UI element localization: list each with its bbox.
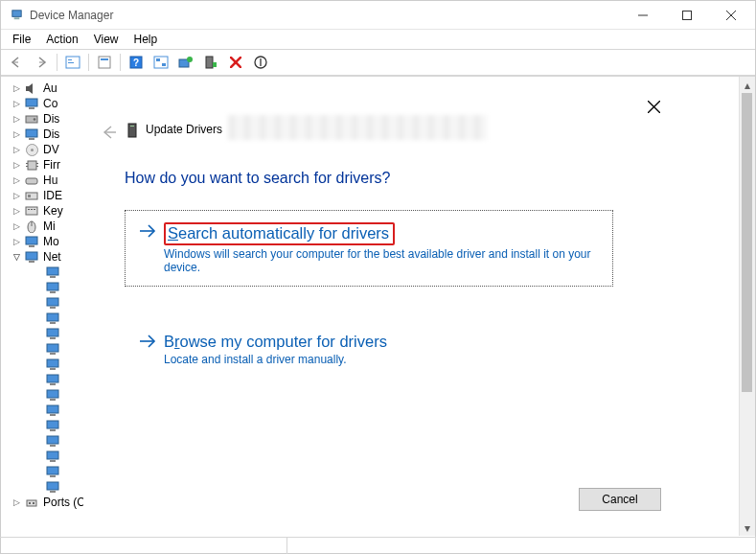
option-search-automatically[interactable]: Search automatically for drivers Windows… (125, 210, 613, 287)
tree-expand-icon[interactable]: ▷ (11, 175, 22, 185)
option-title: Search automatically for drivers (164, 222, 595, 245)
tree-expand-icon[interactable]: ▷ (11, 99, 22, 108)
scroll-track[interactable] (740, 93, 755, 519)
tree-label[interactable]: Dis (43, 112, 59, 126)
tree-label[interactable]: Au (43, 81, 57, 95)
tree-expand-icon[interactable]: ▷ (11, 497, 22, 507)
network-adapter-icon[interactable] (45, 327, 60, 341)
menu-help[interactable]: Help (126, 32, 166, 47)
tree-expand-icon[interactable]: ▷ (11, 206, 22, 216)
svg-rect-7 (68, 59, 72, 60)
ide-icon (24, 189, 39, 203)
svg-text:?: ? (133, 58, 139, 68)
svg-rect-58 (50, 337, 56, 339)
tree-expand-icon[interactable]: ▷ (11, 221, 22, 231)
svg-rect-79 (27, 500, 36, 506)
tree-label[interactable]: Mi (43, 219, 56, 233)
network-adapter-icon[interactable] (45, 358, 60, 372)
network-adapter-icon[interactable] (45, 480, 60, 495)
scroll-up-icon[interactable]: ▴ (740, 77, 755, 93)
tree-label[interactable]: Mo (43, 235, 59, 248)
menu-action[interactable]: Action (38, 32, 85, 47)
network-adapter-icon[interactable] (45, 450, 60, 464)
tree-label[interactable]: IDE (43, 189, 62, 202)
svg-rect-62 (50, 368, 56, 370)
svg-point-26 (34, 118, 36, 121)
toolbar-back-button[interactable] (5, 52, 28, 73)
dialog-close-button[interactable] (642, 95, 665, 118)
toolbar-scan-button[interactable] (149, 52, 172, 73)
toolbar-forward-button[interactable] (30, 52, 53, 73)
arrow-right-icon (137, 223, 158, 239)
ports-icon (24, 496, 39, 510)
window-close-button[interactable] (709, 1, 753, 30)
toolbar-separator (57, 54, 57, 71)
svg-rect-0 (11, 11, 20, 17)
toolbar-update-button[interactable] (174, 52, 197, 73)
toolbar-properties-button[interactable] (93, 52, 116, 73)
svg-rect-45 (26, 237, 37, 244)
network-adapter-icon[interactable] (45, 373, 60, 387)
svg-rect-18 (206, 57, 213, 68)
network-adapter-icon[interactable] (45, 342, 60, 357)
network-adapter-icon[interactable] (45, 312, 60, 326)
network-adapter-icon[interactable] (45, 434, 60, 449)
status-cell (0, 538, 287, 554)
menubar: File Action View Help (1, 30, 755, 49)
tree-label[interactable]: Firr (43, 158, 60, 172)
tree-label[interactable]: Co (43, 97, 57, 110)
svg-rect-59 (47, 344, 58, 352)
network-adapter-icon[interactable] (45, 404, 60, 418)
toolbar-add-legacy-button[interactable] (199, 52, 222, 73)
toolbar: ? (1, 49, 755, 76)
scroll-thumb[interactable] (742, 93, 752, 392)
cancel-button[interactable]: Cancel (579, 488, 661, 511)
toolbar-help-button[interactable]: ? (125, 52, 148, 73)
svg-rect-49 (47, 267, 58, 275)
firmware-icon (24, 158, 39, 173)
tree-expand-icon[interactable]: ▷ (11, 145, 22, 154)
toolbar-showhide-button[interactable] (61, 52, 84, 73)
tree-label[interactable]: Hu (43, 173, 57, 187)
network-adapter-icon[interactable] (45, 296, 60, 311)
toolbar-uninstall-button[interactable] (224, 52, 247, 73)
toolbar-disable-button[interactable] (249, 52, 272, 73)
tree-expand-icon[interactable]: ▷ (11, 237, 22, 246)
network-adapter-icon[interactable] (45, 388, 60, 403)
tree-expand-icon[interactable]: ▷ (11, 129, 22, 139)
mouse-icon (24, 219, 39, 234)
svg-rect-15 (162, 63, 166, 66)
tree-collapse-icon[interactable]: ▽ (11, 252, 22, 262)
tree-expand-icon[interactable]: ▷ (11, 114, 22, 124)
tree-label[interactable]: Key (43, 204, 63, 218)
toolbar-separator (120, 54, 121, 71)
network-adapter-icon[interactable] (45, 265, 60, 280)
network-adapter-icon[interactable] (45, 465, 60, 479)
scroll-down-icon[interactable]: ▾ (740, 519, 755, 536)
menu-file[interactable]: File (5, 32, 38, 47)
svg-rect-1 (13, 17, 19, 19)
tree-label[interactable]: Dis (43, 127, 59, 141)
option-browse-computer[interactable]: Browse my computer for drivers Locate an… (125, 320, 613, 379)
svg-rect-75 (47, 467, 58, 474)
hid-icon (24, 173, 39, 188)
svg-rect-70 (50, 429, 56, 431)
svg-rect-56 (50, 322, 56, 324)
svg-rect-38 (28, 195, 31, 197)
network-adapter-icon[interactable] (45, 419, 60, 433)
dialog-back-button[interactable] (100, 123, 119, 142)
menu-view[interactable]: View (86, 32, 126, 47)
window-minimize-button[interactable] (621, 1, 665, 30)
network-adapter-icon[interactable] (45, 281, 60, 295)
svg-rect-41 (31, 209, 33, 210)
tree-expand-icon[interactable]: ▷ (11, 83, 22, 93)
tree-label[interactable]: Net (43, 250, 61, 264)
svg-rect-65 (47, 390, 58, 398)
app-icon (9, 8, 24, 23)
tree-expand-icon[interactable]: ▷ (11, 191, 22, 200)
tree-label[interactable]: DV (43, 143, 59, 156)
svg-rect-8 (68, 62, 74, 63)
tree-expand-icon[interactable]: ▷ (11, 160, 22, 170)
vertical-scrollbar[interactable]: ▴ ▾ (739, 77, 755, 536)
window-maximize-button[interactable] (665, 1, 709, 30)
